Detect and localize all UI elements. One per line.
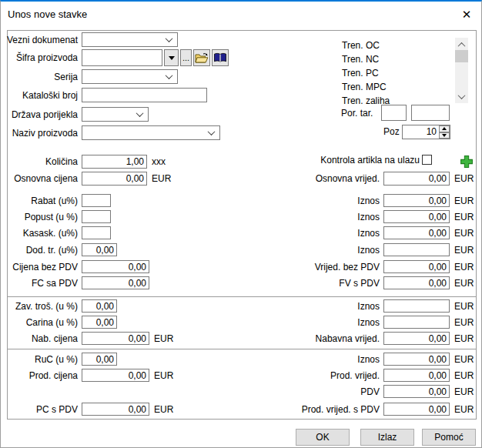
iznos-input-6[interactable]: [383, 316, 450, 329]
vezni-dokumenat-select[interactable]: [82, 32, 178, 47]
scroll-down-icon[interactable]: [455, 91, 468, 102]
add-item-button[interactable]: [460, 155, 474, 169]
iznos-input-5[interactable]: [383, 299, 450, 313]
chevron-down-icon: [136, 109, 144, 117]
nabavna-vrijed-input[interactable]: [383, 332, 450, 345]
izlaz-button[interactable]: Izlaz: [360, 429, 414, 446]
sifra-proizvoda-label: Šifra proizvoda: [7, 52, 78, 63]
iznos-unit: EUR: [454, 196, 474, 206]
field-row-fv-s-pdv: FV s PDV EUR: [263, 276, 474, 289]
serija-select[interactable]: [82, 69, 178, 84]
poz-down-button[interactable]: [439, 132, 450, 139]
osnovna-cijena-input[interactable]: [82, 172, 147, 186]
prod-vrijed-label: Prod. vrijed.: [263, 370, 380, 381]
iznos-input-4[interactable]: [383, 243, 450, 256]
carina-label: Carina (u %): [7, 317, 78, 328]
por-tar-input-2[interactable]: [411, 105, 450, 121]
field-row-ruc: RuC (u %): [7, 353, 117, 366]
poz-stepper[interactable]: 10: [402, 125, 450, 139]
ruc-input[interactable]: [82, 353, 117, 366]
carina-input[interactable]: [82, 316, 117, 329]
kolicina-label: Količina: [7, 156, 78, 167]
pdv-input[interactable]: [383, 385, 450, 398]
sifra-catalog-button[interactable]: [212, 49, 229, 66]
field-row-kataloski-broj: Kataloški broj: [7, 88, 207, 102]
poz-up-button[interactable]: [439, 125, 450, 132]
field-row-cijena-bez-pdv: Cijena bez PDV: [7, 260, 149, 273]
sifra-proizvoda-input[interactable]: [82, 49, 162, 66]
iznos-label: Iznos: [263, 301, 380, 312]
sifra-browse-button[interactable]: ...: [180, 49, 192, 66]
osnovna-vrijed-unit: EUR: [454, 173, 474, 184]
field-row-kolicina: Količina xxx: [7, 155, 166, 169]
rabat-label: Rabat (u%): [7, 196, 78, 206]
kataloski-broj-label: Kataloški broj: [7, 90, 78, 101]
scrollbar-thumb[interactable]: [455, 50, 468, 62]
prod-vrijed-input[interactable]: [383, 369, 450, 382]
iznos-input-3[interactable]: [383, 226, 450, 239]
osnovna-cijena-label: Osnovna cijena: [7, 173, 78, 184]
cijena-bez-pdv-input[interactable]: [82, 260, 149, 273]
rabat-input[interactable]: [82, 194, 111, 207]
iznos-input-1[interactable]: [383, 194, 450, 207]
poz-value: 10: [403, 125, 439, 139]
nab-cijena-input[interactable]: [82, 332, 149, 345]
osnovna-vrijed-input[interactable]: [383, 172, 450, 186]
prod-vrijed-s-pdv-input[interactable]: [383, 403, 450, 416]
naziv-proizvoda-label: Naziv proizvoda: [7, 128, 78, 139]
ellipsis-icon: ...: [182, 53, 189, 62]
title-bar: Unos nove stavke ✕: [2, 3, 480, 25]
tren-scrollbar[interactable]: [455, 38, 468, 103]
tren-pc-label: Tren. PC: [342, 68, 379, 79]
ok-button[interactable]: OK: [296, 429, 350, 446]
section-divider: [8, 296, 476, 297]
kataloski-broj-input[interactable]: [82, 88, 207, 102]
kasask-input[interactable]: [82, 226, 111, 239]
sifra-dropdown-button[interactable]: [164, 49, 179, 66]
prod-vrijed-unit: EUR: [454, 370, 474, 381]
fv-s-pdv-input[interactable]: [383, 276, 450, 289]
naziv-proizvoda-select[interactable]: [82, 125, 220, 140]
chevron-down-icon: [166, 72, 173, 79]
kolicina-input[interactable]: [82, 155, 147, 169]
iznos-unit: EUR: [454, 301, 474, 312]
dod-tr-input[interactable]: [82, 243, 117, 256]
kontrola-checkbox[interactable]: [422, 155, 432, 165]
iznos-label: Iznos: [263, 196, 380, 206]
open-folder-icon: [195, 52, 209, 64]
pomoc-button[interactable]: Pomoć: [422, 429, 476, 446]
tren-oc-label: Tren. OC: [342, 40, 380, 51]
por-tar-input-1[interactable]: [381, 105, 407, 121]
field-row-iznos-4: Iznos EUR: [263, 243, 474, 256]
field-row-zav-tros: Zav. troš. (u %): [7, 299, 117, 313]
iznos-unit: EUR: [454, 212, 474, 222]
field-row-prod-cijena: Prod. cijena EUR: [7, 369, 173, 382]
iznos-input-7[interactable]: [383, 353, 450, 366]
fc-sa-pdv-input[interactable]: [82, 276, 149, 289]
pc-s-pdv-label: PC s PDV: [7, 404, 78, 415]
iznos-input-2[interactable]: [383, 210, 450, 223]
field-row-pdv: PDV EUR: [263, 385, 474, 398]
close-icon[interactable]: ✕: [457, 6, 476, 23]
popust-input[interactable]: [82, 210, 111, 223]
field-row-vezni-dokumenat: Vezni dokumenat: [7, 32, 178, 47]
fc-sa-pdv-label: FC sa PDV: [7, 278, 78, 289]
drzava-porijekla-select[interactable]: [82, 107, 149, 122]
field-row-iznos-2: Iznos EUR: [263, 210, 474, 223]
zav-tros-input[interactable]: [82, 299, 117, 313]
osnovna-vrijed-label: Osnovna vrijed.: [263, 173, 380, 184]
field-row-iznos-1: Iznos EUR: [263, 194, 474, 207]
spin-up-icon: [442, 127, 447, 130]
dialog-window: Unos nove stavke ✕ Vezni dokumenat Šifra…: [0, 0, 482, 448]
osnovna-cijena-unit: EUR: [152, 173, 171, 184]
iznos-unit: EUR: [454, 317, 474, 328]
pc-s-pdv-input[interactable]: [82, 403, 149, 416]
scroll-up-icon[interactable]: [455, 39, 468, 50]
field-row-prod-vrijed-s-pdv: Prod. vrijed. s PDV EUR: [263, 403, 474, 416]
sifra-open-button[interactable]: [193, 49, 210, 66]
field-row-vrijed-bez-pdv: Vrijed. bez PDV EUR: [263, 260, 474, 273]
vrijed-bez-pdv-label: Vrijed. bez PDV: [263, 262, 380, 272]
page-title: Unos nove stavke: [8, 8, 87, 20]
vrijed-bez-pdv-input[interactable]: [383, 260, 450, 273]
prod-cijena-input[interactable]: [82, 369, 149, 382]
